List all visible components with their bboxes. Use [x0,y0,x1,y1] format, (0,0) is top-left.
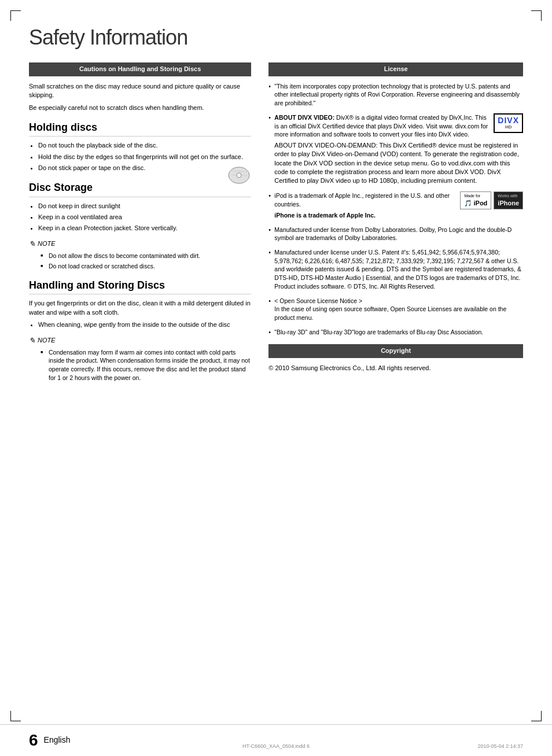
list-item: Do not stick paper or tape on the disc. [38,164,251,172]
iphone-trademark-text: iPhone is a trademark of Apple Inc. [274,212,376,219]
iphone-brand: iPhone [498,199,519,208]
handling-title: Handling and Storing Discs [29,278,251,294]
corner-mark-tr [531,10,542,21]
note-label-2: NOTE [29,335,251,346]
opensource-title: < Open Source License Notice > [274,297,362,304]
license-bullet-1: "This item incorporates copy protection … [268,82,523,108]
opensource-text: In the case of using open source softwar… [274,305,506,321]
made-for-label: Made for [464,193,487,199]
list-item: Keep in a cool ventilated area [38,213,251,222]
disc-storage-note: NOTE Do not allow the discs to become co… [29,239,251,271]
page: Safety Information Cautions on Handling … [0,0,552,756]
corner-mark-tl [10,10,21,21]
two-column-layout: Cautions on Handling and Storing Discs S… [29,62,523,388]
works-with-label: Works with [498,193,519,199]
handling-text: If you get fingerprints or dirt on the d… [29,299,251,317]
copyright-text: © 2010 Samsung Electronics Co., Ltd. All… [268,364,523,373]
license-header: License [268,62,523,76]
right-column: License "This item incorporates copy pro… [268,62,523,388]
page-number: 6 [29,729,38,751]
list-item: When cleaning, wipe gently from the insi… [38,320,251,329]
ipod-trademark-text: iPod is a trademark of Apple Inc., regis… [274,192,450,208]
cautions-header: Cautions on Handling and Storing Discs [29,62,251,76]
note-item: Do not load cracked or scratched discs. [41,262,251,271]
cautions-text1: Small scratches on the disc may reduce s… [29,82,251,100]
note-items-2: Condensation may form if warm air comes … [41,348,251,382]
note-item: Do not allow the discs to become contami… [41,252,251,260]
license-bullet-dolby: Manufactured under license from Dolby La… [268,226,523,242]
handling-list: When cleaning, wipe gently from the insi… [38,320,251,329]
list-item: Keep in a clean Protection jacket. Store… [38,224,251,233]
corner-mark-br [531,711,542,721]
list-item: Do not touch the playback side of the di… [38,141,251,150]
disc-storage-title: Disc Storage [29,180,251,197]
disc-storage-list: Do not keep in direct sunlight Keep in a… [38,202,251,233]
divx-vod-text: ABOUT DIVX VIDEO-ON-DEMAND: This DivX Ce… [274,141,523,186]
note-items: Do not allow the discs to become contami… [41,252,251,270]
license-bullet-ipod: iPod is a trademark of Apple Inc., regis… [268,191,523,220]
license-bullet-divx: DIVX HD ABOUT DIVX VIDEO: DivX® is a dig… [268,113,523,186]
left-column: Cautions on Handling and Storing Discs S… [29,62,251,388]
divx-logo: DIVX HD [494,113,523,133]
disc-image [227,166,251,185]
page-title: Safety Information [29,23,523,52]
main-content: Safety Information Cautions on Handling … [0,0,552,400]
holding-discs-title: Holding discs [29,120,251,137]
copyright-section: Copyright © 2010 Samsung Electronics Co.… [268,344,523,373]
footer-date: 2010-05-04 2:14:37 [477,743,523,750]
iphone-badge: Works with iPhone [494,191,523,209]
list-item: Hold the disc by the edges so that finge… [38,153,251,161]
note-label: NOTE [29,239,251,249]
cautions-text2: Be especially careful not to scratch dis… [29,104,251,112]
license-bullet-opensource: < Open Source License Notice > In the ca… [268,297,523,322]
footer-filename: HT-C6600_XAA_0504.indd 6 [242,743,310,750]
corner-mark-bl [10,711,21,721]
list-item: Do not keep in direct sunlight [38,202,251,211]
footer: 6 English HT-C6600_XAA_0504.indd 6 2010-… [0,724,552,756]
ipod-badge: Made for 🎵 iPod [460,191,491,209]
handling-note: NOTE Condensation may form if warm air c… [29,335,251,382]
ipod-brand: iPod [473,199,487,208]
license-bullet-dts: Manufactured under license under U.S. Pa… [268,248,523,290]
note-item: Condensation may form if warm air comes … [41,348,251,382]
license-bullet-bluray: "Blu-ray 3D" and "Blu-ray 3D"logo are tr… [268,328,523,337]
divx-title: ABOUT DIVX VIDEO: [274,114,334,121]
copyright-header: Copyright [268,344,523,357]
footer-language: English [44,735,71,746]
holding-discs-list: Do not touch the playback side of the di… [38,141,251,172]
